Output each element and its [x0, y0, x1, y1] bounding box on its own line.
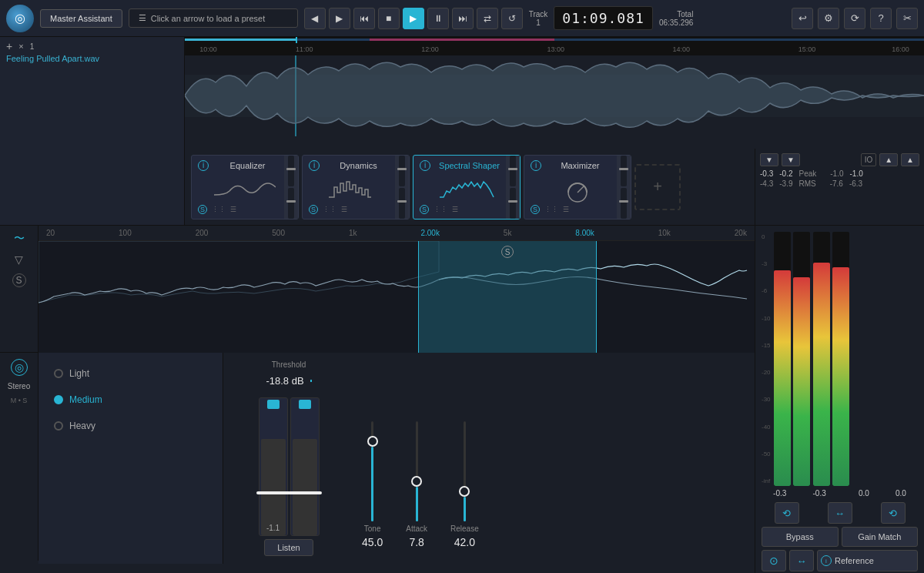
undo-button[interactable]: ↩ — [792, 8, 813, 29]
transport-play-button[interactable]: ▶ — [329, 8, 350, 29]
spectral-svg — [38, 241, 755, 353]
add-track-button[interactable]: + — [6, 40, 12, 52]
attack-knob[interactable] — [411, 476, 422, 487]
peak-label: Peak — [798, 169, 816, 178]
transport-pause-button[interactable]: ⏸ — [427, 8, 449, 29]
meter-fill-rl — [813, 263, 830, 486]
tone-label: Tone — [364, 524, 381, 533]
reference-button[interactable]: i Reference — [817, 550, 918, 571]
track-file-name: Feeling Pulled Apart.wav — [6, 54, 178, 63]
link-left-button[interactable]: ⟲ — [775, 502, 799, 524]
freq-20k: 20k — [735, 229, 747, 237]
swap-icon-btn[interactable]: ↔ — [789, 550, 814, 571]
dyn-bypass-icon[interactable]: S — [309, 205, 318, 214]
plugin-info-icon-eq[interactable]: i — [198, 160, 209, 171]
spectral-funnel-icon[interactable]: ▽ — [15, 253, 23, 266]
master-assistant-button[interactable]: Master Assistant — [40, 9, 122, 28]
plugin-fader-dynamics[interactable] — [395, 156, 409, 219]
meter-left-peak2: -0.2 — [779, 169, 792, 178]
transport-stop-button[interactable]: ■ — [378, 8, 400, 29]
fader-handle-left[interactable] — [256, 491, 290, 494]
transport-play-active-button[interactable]: ▶ — [403, 8, 424, 29]
threshold-fader-right[interactable] — [290, 397, 320, 536]
freq-500: 500 — [272, 229, 285, 237]
plugin-info-icon-spectral[interactable]: i — [420, 160, 430, 171]
tone-knob[interactable] — [367, 436, 378, 447]
eq-bypass-icon[interactable]: S — [198, 205, 207, 214]
plugin-card-maximizer[interactable]: i Maximizer × S ⋮⋮ ☰ — [524, 155, 631, 219]
spectral-bypass-icon[interactable]: S — [420, 205, 429, 214]
plugin-fader-eq[interactable] — [284, 156, 298, 219]
bypass-button[interactable]: Bypass — [762, 527, 839, 547]
tone-param: Tone 45.0 — [362, 421, 383, 548]
track-label: Track — [529, 10, 548, 18]
bottom-val4: 0.0 — [896, 489, 906, 498]
spectral-wave-icon[interactable]: 〜 — [14, 232, 25, 246]
plugin-fader-spectral[interactable] — [506, 156, 520, 219]
release-label: Release — [450, 524, 479, 533]
track-number: 1 — [536, 18, 541, 27]
link-icons-row: ⟲ ↔ ⟲ — [762, 502, 918, 524]
meter-dropdown-right[interactable]: ▲ — [879, 153, 898, 166]
rms-val3: -7.6 — [830, 179, 843, 188]
meter-bar-rl — [813, 232, 830, 486]
threshold-fader-group[interactable]: -1.1 — [259, 393, 320, 536]
tone-slider[interactable] — [371, 421, 373, 521]
track-header-close[interactable]: × — [18, 42, 23, 51]
spectral-waveform: S — [38, 241, 755, 353]
settings-button[interactable]: ⚙ — [818, 8, 839, 29]
loop-icon-btn[interactable]: ⊙ — [762, 550, 786, 571]
link-right-button[interactable]: ⟲ — [881, 502, 906, 524]
reference-label: Reference — [835, 556, 874, 565]
plugin-thumbnail-maximizer — [531, 174, 624, 205]
transport-rewind-button[interactable]: ⏮ — [353, 8, 375, 29]
threshold-fader-left[interactable]: -1.1 — [259, 397, 288, 536]
transport-next-button[interactable]: ⏭ — [452, 8, 474, 29]
total-label: Total — [677, 10, 693, 18]
threshold-indicator — [310, 380, 312, 382]
radio-heavy[interactable]: Heavy — [54, 421, 95, 431]
help-button[interactable]: ? — [870, 8, 892, 29]
spectral-highlight-region: S — [418, 241, 598, 353]
release-value: 42.0 — [454, 536, 475, 548]
transport-back-button[interactable]: ◀ — [304, 8, 326, 29]
timeline-bar — [185, 37, 924, 43]
transport-loop-button[interactable]: ⇄ — [477, 8, 498, 29]
main-content-area: 〜 ▽ S 20 100 200 500 1k 2.00k 5k 8.00k — [0, 226, 924, 573]
fader-number-left: -1.1 — [259, 524, 287, 532]
time-label-15: 15:00 — [798, 45, 816, 53]
fader-handle-right[interactable] — [288, 491, 322, 494]
meter-dropdown-left2[interactable]: ▼ — [782, 153, 800, 166]
time-label-10: 10:00 — [199, 45, 217, 53]
release-slider[interactable] — [464, 421, 466, 521]
spectral-settings-icon[interactable]: S — [12, 273, 26, 287]
preset-area[interactable]: ☰ Click an arrow to load a preset — [129, 8, 298, 28]
release-knob[interactable] — [459, 486, 470, 497]
plugin-fader-max[interactable] — [617, 156, 631, 219]
time-label-11: 11:00 — [296, 45, 313, 53]
plugin-card-dynamics[interactable]: i Dynamics × S ⋮⋮ ☰ — [302, 155, 410, 219]
add-plugin-button[interactable]: + — [634, 164, 681, 210]
max-bypass-icon[interactable]: S — [531, 205, 540, 214]
transport-loop2-button[interactable]: ↺ — [501, 8, 523, 29]
radio-light[interactable]: Light — [54, 368, 89, 379]
plugin-card-equalizer[interactable]: i Equalizer × S ⋮⋮ ☰ — [191, 155, 299, 219]
link-mid-button[interactable]: ↔ — [828, 502, 852, 524]
radio-medium[interactable]: Medium — [54, 394, 102, 405]
fader-blue-top-right — [299, 400, 311, 409]
stereo-label: Stereo — [8, 382, 30, 390]
gain-match-button[interactable]: Gain Match — [842, 527, 919, 547]
stereo-mode-icon[interactable]: ◎ — [11, 359, 28, 376]
plugin-info-icon-dyn[interactable]: i — [309, 160, 320, 171]
meter-dropdown-right2[interactable]: ▲ — [901, 153, 919, 166]
time-display: 01:09.081 — [554, 6, 653, 30]
freq-labels: 20 100 200 500 1k 2.00k 5k 8.00k 10k 20k — [46, 229, 747, 237]
attack-slider[interactable] — [416, 421, 418, 521]
history-button[interactable]: ⟳ — [844, 8, 865, 29]
listen-button[interactable]: Listen — [264, 539, 313, 556]
plugin-card-spectral[interactable]: i Spectral Shaper × S ⋮⋮ ☰ — [413, 155, 521, 219]
freq-200: 200 — [196, 229, 209, 237]
meter-dropdown-left[interactable]: ▼ — [760, 153, 778, 166]
tools-button[interactable]: ✂ — [896, 8, 918, 29]
plugin-info-icon-max[interactable]: i — [531, 160, 541, 171]
